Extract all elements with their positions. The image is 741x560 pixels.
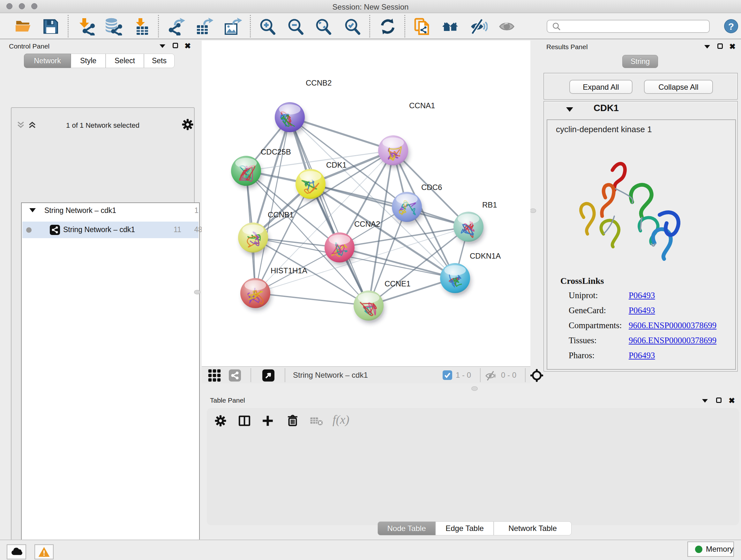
- zoom-selected-icon[interactable]: [343, 17, 361, 36]
- tab-select[interactable]: Select: [106, 54, 144, 68]
- tab-edge-table[interactable]: Edge Table: [435, 521, 494, 536]
- table-options-gear-icon[interactable]: [214, 415, 226, 427]
- current-network-name: String Network – cdk1: [293, 371, 368, 380]
- panel-float-icon[interactable]: [159, 44, 165, 48]
- network-selection-summary: 1 of 1 Network selected: [11, 121, 194, 130]
- left-splitter-handle[interactable]: [194, 290, 200, 294]
- show-all-icon[interactable]: [498, 17, 516, 36]
- node-label: HIST1H1A: [271, 266, 307, 275]
- panel-close-icon[interactable]: ✖: [729, 44, 736, 50]
- crosslink-row: Compartments:9606.ENSP00000378699: [547, 319, 735, 334]
- network-share-view-icon[interactable]: [229, 369, 241, 381]
- crosslink-label: GeneCard:: [569, 306, 606, 315]
- panel-maximize-icon[interactable]: [173, 43, 178, 48]
- detach-view-icon[interactable]: [262, 369, 274, 381]
- grid-view-icon[interactable]: [208, 369, 221, 382]
- entry-collapse-icon[interactable]: [566, 107, 573, 112]
- hide-selected-icon[interactable]: [470, 17, 488, 36]
- export-image-icon[interactable]: [224, 17, 242, 36]
- network-item-label[interactable]: String Network – cdk1: [63, 226, 135, 234]
- panel-maximize-icon[interactable]: [716, 397, 722, 403]
- open-session-icon[interactable]: [14, 17, 32, 36]
- crosslink-label: Tissues:: [569, 335, 597, 346]
- network-view-toolbar: String Network – cdk1 1 - 0 0 - 0: [202, 366, 530, 383]
- network-node-RB1[interactable]: RB1: [454, 200, 497, 244]
- network-node-HIST1H1A[interactable]: HIST1H1A: [240, 266, 307, 311]
- crosslink-value-link[interactable]: P06493: [629, 351, 655, 361]
- memory-label: Memory: [706, 545, 734, 554]
- crosslink-value-link[interactable]: 9606.ENSP00000378699: [629, 320, 717, 330]
- crosslink-label: Uniprot:: [569, 291, 598, 300]
- right-splitter-handle[interactable]: [530, 208, 536, 213]
- first-neighbors-icon[interactable]: [441, 17, 459, 36]
- function-builder-icon: f(x): [333, 413, 361, 427]
- network-node-CCNB2[interactable]: CCNB2: [275, 78, 332, 135]
- selected-counts: 1 - 0: [456, 371, 471, 380]
- expand-all-button[interactable]: Expand All: [569, 80, 632, 94]
- export-network-icon[interactable]: [168, 17, 186, 36]
- control-panel: Control Panel ✖ NetworkStyleSelectSets 1…: [4, 39, 193, 532]
- import-network-file-icon[interactable]: [77, 17, 95, 36]
- node-label: CDC25B: [261, 147, 291, 156]
- panel-close-icon[interactable]: ✖: [185, 43, 191, 49]
- search-input[interactable]: [547, 20, 710, 33]
- selected-checkbox[interactable]: [443, 370, 452, 380]
- zoom-in-icon[interactable]: [259, 17, 276, 36]
- memory-button[interactable]: Memory: [687, 542, 734, 557]
- node-label: CCNB1: [268, 210, 293, 219]
- crosslink-value-link[interactable]: 9606.ENSP00000378699: [629, 335, 717, 346]
- separator: [480, 368, 481, 382]
- memory-status-dot: [695, 546, 702, 553]
- network-edge-count: 48: [184, 226, 202, 234]
- application-window: Session: New Session: [0, 0, 741, 560]
- separator: [525, 368, 526, 382]
- entry-details: cyclin-dependent kinase 1 CrossLinks Uni…: [547, 119, 736, 370]
- network-node-CDKN1A[interactable]: CDKN1A: [440, 252, 501, 296]
- panel-close-icon[interactable]: ✖: [729, 397, 735, 404]
- cloud-button[interactable]: [7, 544, 26, 559]
- zoom-out-icon[interactable]: [286, 17, 305, 36]
- import-network-database-icon[interactable]: [105, 17, 122, 36]
- tab-style[interactable]: Style: [71, 54, 106, 68]
- import-table-file-icon[interactable]: [132, 17, 150, 36]
- warning-button[interactable]: [35, 544, 54, 559]
- copy-style-icon[interactable]: [414, 17, 431, 36]
- crosslink-value-link[interactable]: P06493: [629, 291, 655, 300]
- collection-count: 1: [178, 206, 199, 215]
- tab-string[interactable]: String: [622, 55, 658, 68]
- network-type-icon: [50, 225, 60, 235]
- show-columns-icon[interactable]: [238, 414, 251, 428]
- tree-expand-icon[interactable]: [29, 208, 36, 212]
- tab-sets[interactable]: Sets: [144, 54, 175, 68]
- export-table-icon[interactable]: [196, 17, 213, 36]
- help-button[interactable]: ?: [724, 19, 738, 33]
- tab-network-table[interactable]: Network Table: [494, 521, 571, 536]
- network-node-CDK1[interactable]: CDK1: [295, 161, 347, 201]
- horizontal-splitter-handle[interactable]: [471, 386, 478, 391]
- entry-description: cyclin-dependent kinase 1: [556, 125, 652, 134]
- panel-float-icon[interactable]: [702, 399, 708, 402]
- network-canvas[interactable]: CCNB2CCNA1CDC25BCDK1CDC6RB1CCNB1CCNA2CDK…: [202, 41, 530, 366]
- table-panel-body: f(x) shared namenamecanonical namedataba…: [207, 408, 739, 525]
- network-node-CCNE1[interactable]: CCNE1: [354, 279, 410, 323]
- crosslink-row: Tissues:9606.ENSP00000378699: [547, 334, 735, 349]
- toolbar-separator: [250, 15, 251, 37]
- main-toolbar: ?: [0, 13, 741, 39]
- network-node-CCNA1[interactable]: CCNA1: [378, 101, 435, 168]
- crosslink-label: Pharos:: [569, 351, 595, 361]
- crosslink-value-link[interactable]: P06493: [629, 306, 655, 315]
- collapse-all-button[interactable]: Collapse All: [644, 80, 713, 94]
- tab-network[interactable]: Network: [24, 54, 71, 68]
- network-collection-label[interactable]: String Network – cdk1: [44, 206, 116, 215]
- network-edge[interactable]: [290, 117, 368, 306]
- save-session-icon[interactable]: [42, 17, 60, 36]
- delete-column-icon[interactable]: [286, 414, 299, 427]
- tab-node-table[interactable]: Node Table: [378, 521, 435, 536]
- zoom-fit-icon[interactable]: [314, 17, 332, 36]
- panel-float-icon[interactable]: [704, 45, 710, 49]
- network-list-item[interactable]: String Network – cdk1 11 48: [22, 222, 199, 238]
- options-gear-icon[interactable]: [182, 118, 194, 131]
- add-column-icon[interactable]: [261, 414, 274, 428]
- apply-layout-icon[interactable]: [379, 17, 397, 36]
- panel-maximize-icon[interactable]: [718, 44, 723, 49]
